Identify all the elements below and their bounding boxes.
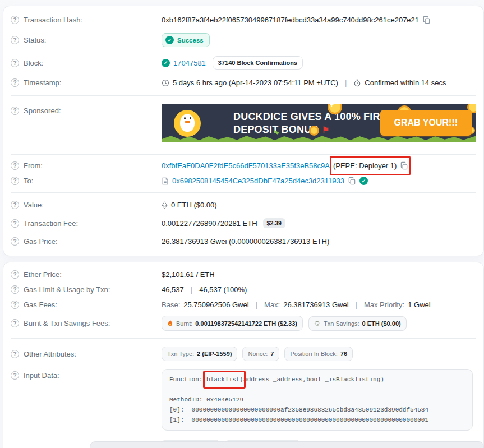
- sponsored-label: Sponsored:: [24, 107, 61, 115]
- clock-icon: [162, 79, 169, 87]
- ether-price-row: ? Ether Price: $2,101.61 / ETH: [3, 267, 483, 282]
- block-confirmations-badge: 37140 Block Confirmations: [213, 56, 303, 70]
- tx-fee-value: 0.001227726890720281 ETH: [162, 219, 257, 228]
- nonce-chip: Nonce: 7: [242, 347, 279, 361]
- help-icon[interactable]: ?: [11, 59, 19, 67]
- txn-type-chip: Txn Type: 2 (EIP-1559): [162, 347, 237, 361]
- input-data-label: Input Data:: [24, 371, 59, 380]
- txn-savings-label: Txn Savings:: [324, 320, 359, 327]
- help-icon[interactable]: ?: [11, 107, 19, 115]
- timestamp-row: ? Timestamp: 5 days 6 hrs ago (Apr-14-20…: [3, 74, 483, 91]
- other-attributes-label: Other Attributes:: [24, 350, 76, 358]
- help-icon[interactable]: ?: [11, 219, 19, 228]
- gas-fees-label: Gas Fees:: [24, 301, 57, 309]
- from-row: ? From: 0xfbfEaF0DA0F2fdE5c66dF570133aE3…: [3, 158, 483, 173]
- savings-puff-icon: [314, 320, 321, 327]
- ether-price-label: Ether Price:: [24, 270, 62, 279]
- help-icon[interactable]: ?: [11, 319, 19, 327]
- function-signature-line: Function: blacklist(address _address,boo…: [169, 375, 465, 385]
- transaction-details-card: ? Ether Price: $2,101.61 / ETH ? Gas Lim…: [3, 262, 484, 448]
- copy-icon[interactable]: [348, 177, 356, 185]
- position-in-block-chip: Position In Block: 76: [284, 347, 353, 361]
- flame-icon: [167, 320, 173, 327]
- eth-diamond-icon: [162, 201, 168, 209]
- max-fee-value: 26.381736913 Gwei: [283, 301, 348, 309]
- burnt-savings-row: ? Burnt & Txn Savings Fees: Burnt: 0.001…: [3, 312, 483, 334]
- flag-icon: ⚑: [322, 125, 330, 135]
- help-icon[interactable]: ?: [11, 78, 19, 87]
- block-number-link[interactable]: 17047581: [173, 59, 206, 67]
- copy-icon[interactable]: [400, 161, 408, 170]
- other-attributes-row: ? Other Attributes: Txn Type: 2 (EIP-155…: [3, 343, 483, 364]
- finalized-check-icon: ✓: [162, 59, 170, 67]
- confirmed-within: Confirmed within 14 secs: [365, 78, 446, 87]
- tx-fee-label: Transaction Fee:: [24, 219, 78, 228]
- transaction-overview-card: ? Transaction Hash: 0xb162f87a3f4eb22f06…: [3, 6, 484, 256]
- help-icon[interactable]: ?: [11, 16, 19, 24]
- from-label: From:: [24, 161, 43, 170]
- help-icon[interactable]: ?: [11, 350, 19, 358]
- gas-price-label: Gas Price:: [24, 237, 58, 246]
- ether-price-value: $2,101.61 / ETH: [162, 270, 215, 279]
- to-label: To:: [24, 177, 33, 185]
- help-icon[interactable]: ?: [11, 270, 19, 279]
- help-icon[interactable]: ?: [11, 201, 19, 209]
- status-label: Status:: [24, 36, 46, 44]
- divider: [11, 154, 476, 155]
- param1-line: [1]: 00000000000000000000000000000000000…: [169, 415, 465, 425]
- help-icon[interactable]: ?: [11, 177, 19, 185]
- input-data-row: ? Input Data: Function: blacklist(addres…: [3, 364, 483, 448]
- txn-savings-chip: Txn Savings: 0 ETH ($0.00): [308, 316, 407, 331]
- gas-usage-value: 46,537 (100%): [199, 285, 247, 294]
- to-row: ? To: 0x6982508145454Ce325dDbE47a25d4ec3…: [3, 173, 483, 188]
- tx-hash-label: Transaction Hash:: [24, 16, 82, 24]
- input-data-codebox[interactable]: Function: blacklist(address _address,boo…: [162, 369, 473, 431]
- base-fee-value: 25.750962506 Gwei: [183, 301, 248, 309]
- annotation-red-box: blacklist(: [206, 376, 243, 383]
- gas-limit-label: Gas Limit & Usage by Txn:: [24, 285, 110, 294]
- sponsored-banner-ad[interactable]: DUCKDICE GIVES A 100% FIRST DEPOSIT BONU…: [162, 104, 476, 142]
- help-icon[interactable]: ?: [11, 285, 19, 294]
- annotation-red-box: (PEPE: Deployer 1): [333, 161, 408, 170]
- from-name-tag: (PEPE: Deployer 1): [333, 161, 397, 170]
- max-fee-label: Max:: [264, 301, 280, 309]
- function-name-highlight: blacklist(: [206, 376, 243, 383]
- help-icon[interactable]: ?: [11, 237, 19, 246]
- help-icon[interactable]: ?: [11, 301, 19, 309]
- value-label: Value:: [24, 201, 44, 209]
- timestamp-age: 5 days 6 hrs ago (Apr-14-2023 07:54:11 P…: [173, 78, 338, 87]
- status-row: ? Status: ✓ Success: [3, 29, 483, 52]
- separator: |: [187, 285, 196, 294]
- gas-price-value: 26.381736913 Gwei (0.000000026381736913 …: [162, 237, 329, 246]
- grab-your-button[interactable]: GRAB YOUR!!!: [380, 110, 472, 136]
- bottom-popover-box: [90, 441, 484, 448]
- timestamp-label: Timestamp:: [24, 78, 61, 87]
- gas-price-row: ? Gas Price: 26.381736913 Gwei (0.000000…: [3, 233, 483, 250]
- help-icon[interactable]: ?: [11, 36, 19, 44]
- coin-icon: [309, 126, 319, 136]
- sparkle-icon: +: [330, 104, 334, 109]
- max-priority-label: Max Priority:: [364, 301, 404, 309]
- burnt-savings-label: Burnt & Txn Savings Fees:: [24, 319, 110, 327]
- gas-limit-value: 46,537: [162, 285, 184, 294]
- help-icon[interactable]: ?: [11, 371, 19, 380]
- from-address-link[interactable]: 0xfbfEaF0DA0F2fdE5c66dF570133aE35f3eB58c…: [162, 161, 330, 170]
- copy-icon[interactable]: [422, 16, 431, 24]
- max-priority-value: 1 Gwei: [408, 301, 430, 309]
- help-icon[interactable]: ?: [11, 161, 19, 170]
- to-address-link[interactable]: 0x6982508145454Ce325dDbE47a25d4ec3d23119…: [172, 177, 344, 185]
- burnt-value: 0.001198372542141722 ETH ($2.33): [195, 320, 297, 327]
- gas-limit-row: ? Gas Limit & Usage by Txn: 46,537 | 46,…: [3, 282, 483, 297]
- verified-check-icon: ✓: [359, 177, 368, 185]
- separator: |: [342, 78, 350, 87]
- check-circle-icon: ✓: [165, 36, 174, 44]
- block-label: Block:: [24, 59, 43, 67]
- method-id-line: MethodID: 0x404e5129: [169, 395, 465, 405]
- divider: [11, 192, 476, 193]
- separator: |: [352, 301, 361, 309]
- contract-document-icon: [162, 177, 169, 185]
- duckdice-logo: [174, 110, 201, 137]
- separator: |: [252, 301, 261, 309]
- tx-fee-row: ? Transaction Fee: 0.001227726890720281 …: [3, 214, 483, 233]
- burnt-fee-chip: Burnt: 0.001198372542141722 ETH ($2.33): [162, 316, 303, 331]
